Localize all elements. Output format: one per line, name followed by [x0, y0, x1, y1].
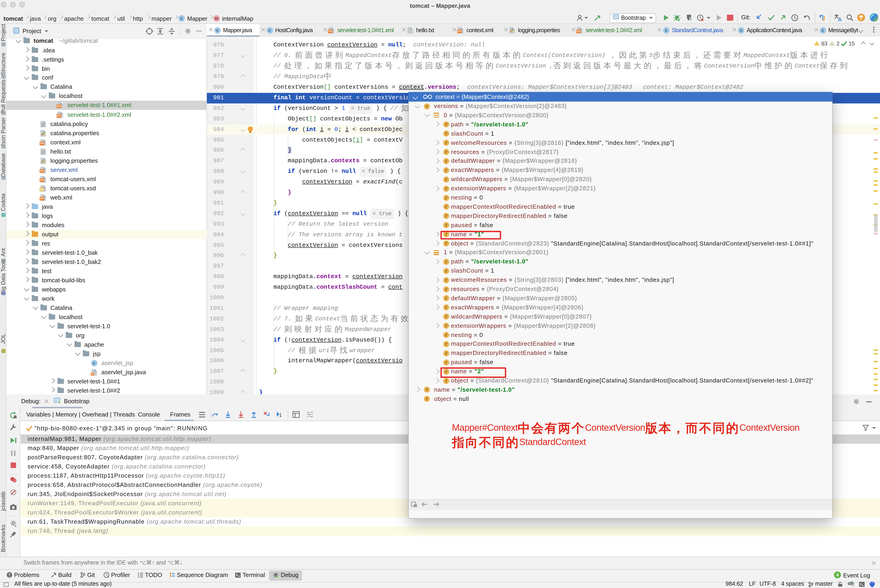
svg-text:A: A [838, 16, 842, 22]
